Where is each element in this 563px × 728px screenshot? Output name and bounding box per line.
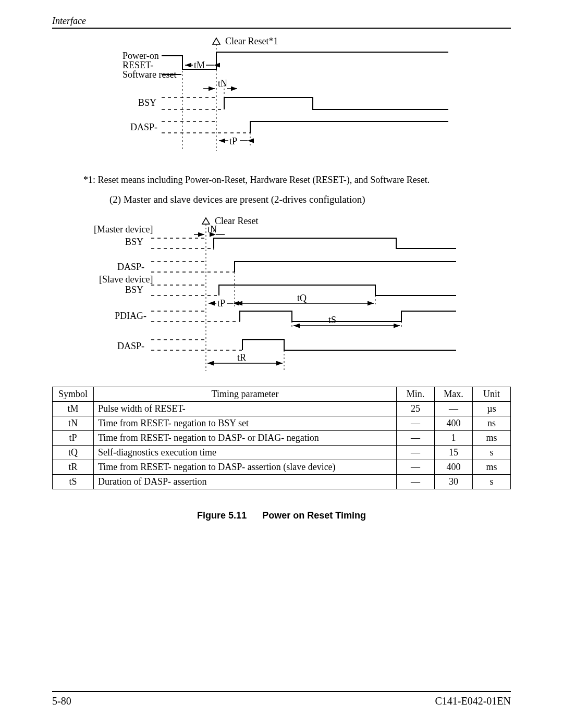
label-slave: [Slave device] xyxy=(99,274,153,285)
figure-caption: Figure 5.11 Power on Reset Timing xyxy=(52,510,511,521)
timing-diagram-1: Clear Reset*1 Power-on RESET- Software r… xyxy=(73,29,469,164)
label-reset: RESET- xyxy=(123,60,153,70)
diagram-1: Clear Reset*1 Power-on RESET- Software r… xyxy=(73,29,511,164)
clear-reset-label: Clear Reset*1 xyxy=(225,36,278,46)
page-footer: 5-80 C141-E042-01EN xyxy=(52,691,511,707)
figure-number: Figure 5.11 xyxy=(197,510,247,521)
label-tN: tN xyxy=(218,78,227,89)
doc-id: C141-E042-01EN xyxy=(435,695,511,707)
page-header: Interface xyxy=(52,16,511,28)
d2-tN: tN xyxy=(207,224,217,235)
d2-dasp2: DASP- xyxy=(117,341,144,351)
table-row: tN Time from RESET- negation to BSY set … xyxy=(53,416,511,431)
timing-table: Symbol Timing parameter Min. Max. Unit t… xyxy=(52,387,511,489)
table-row: tS Duration of DASP- assertion — 30 s xyxy=(53,475,511,489)
label-tM: tM xyxy=(194,60,205,70)
header-left: Interface xyxy=(52,16,86,27)
figure-title: Power on Reset Timing xyxy=(262,510,366,521)
label-bsy: BSY xyxy=(138,97,156,108)
d2-tS: tS xyxy=(328,315,336,325)
table-row: tP Time from RESET- negation to DASP- or… xyxy=(53,431,511,446)
label-dasp: DASP- xyxy=(130,122,157,132)
diagram-2: Clear Reset [Master device] tN BSY DASP-… xyxy=(73,215,511,376)
label-power-on: Power-on xyxy=(123,51,159,61)
label-master: [Master device] xyxy=(94,224,153,235)
th-param: Timing parameter xyxy=(94,387,397,402)
th-min: Min. xyxy=(397,387,435,402)
table-row: tQ Self-diagnostics execution time — 15 … xyxy=(53,446,511,460)
table-row: tR Time from RESET- negation to DASP- as… xyxy=(53,460,511,475)
th-symbol: Symbol xyxy=(53,387,94,402)
reset-note: *1: Reset means including Power-on-Reset… xyxy=(83,175,511,186)
table-row: tM Pulse width of RESET- 25 — µs xyxy=(53,402,511,416)
d2-pdiag: PDIAG- xyxy=(115,311,146,321)
d2-tR: tR xyxy=(237,352,246,363)
d2-bsy1: BSY xyxy=(125,237,143,247)
label-tP: tP xyxy=(229,136,237,146)
d2-tQ: tQ xyxy=(297,293,307,303)
d2-dasp1: DASP- xyxy=(117,262,144,272)
clear-reset-2: Clear Reset xyxy=(215,216,258,226)
d2-bsy2: BSY xyxy=(125,285,143,295)
footer-rule xyxy=(52,691,511,692)
d2-tP: tP xyxy=(217,298,225,309)
page: Interface Clear Reset*1 Power-on xyxy=(0,0,563,728)
th-unit: Unit xyxy=(473,387,511,402)
subheading-2: (2) Master and slave devices are present… xyxy=(109,194,511,205)
clear-reset-marker: Clear Reset*1 xyxy=(213,36,278,46)
page-number: 5-80 xyxy=(52,695,71,707)
th-max: Max. xyxy=(435,387,473,402)
timing-diagram-2: Clear Reset [Master device] tN BSY DASP-… xyxy=(73,215,480,376)
